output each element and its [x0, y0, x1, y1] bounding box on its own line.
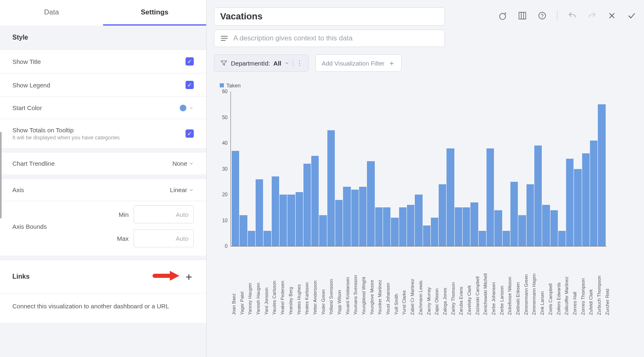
bar[interactable]: [415, 195, 422, 246]
y-tick: 30: [222, 166, 231, 172]
x-tick: Zoels Campbell: [548, 249, 556, 315]
bar[interactable]: [582, 153, 590, 246]
x-tick: Zollers Edwards: [556, 249, 564, 315]
title-input[interactable]: Vacations: [214, 7, 445, 26]
x-tick: Zink Larsen: [540, 249, 548, 315]
main-panel: Vacations A description gives context to…: [207, 0, 644, 357]
bar[interactable]: [534, 146, 542, 246]
bar[interactable]: [479, 231, 486, 247]
bar[interactable]: [550, 210, 558, 247]
y-tick: 0: [225, 243, 231, 249]
bar[interactable]: [439, 184, 446, 246]
start-color-picker[interactable]: [180, 105, 194, 111]
x-tick: Younglove Moore: [369, 249, 377, 315]
axis-dropdown[interactable]: Linear: [170, 186, 194, 193]
max-input[interactable]: [134, 229, 194, 247]
x-tick: Zajac Olsson: [434, 249, 442, 315]
close-icon[interactable]: [607, 11, 617, 21]
bar[interactable]: [558, 231, 566, 247]
bar[interactable]: [351, 190, 359, 247]
bar[interactable]: [263, 231, 271, 247]
undo-icon[interactable]: [567, 11, 577, 21]
tab-settings[interactable]: Settings: [103, 0, 206, 26]
description-input[interactable]: A description gives context to this data: [214, 30, 445, 47]
bar[interactable]: [431, 218, 438, 246]
bar[interactable]: [248, 231, 255, 247]
bar[interactable]: [590, 141, 597, 246]
bar[interactable]: [287, 195, 295, 246]
x-tick: Youmans Svensson: [353, 249, 361, 315]
bar[interactable]: [463, 207, 470, 246]
x-tick: Zurbuch Thompson: [597, 249, 604, 315]
bar[interactable]: [303, 164, 311, 246]
axis-label: Axis: [12, 186, 24, 193]
scrollbar[interactable]: [0, 132, 2, 218]
filter-department[interactable]: DepartmentId: All ⋮: [214, 54, 309, 72]
x-tick: Yeates Karlsson: [304, 249, 312, 315]
filter-value: All: [273, 60, 281, 67]
trendline-value: None: [172, 160, 187, 167]
confirm-icon[interactable]: [627, 11, 637, 21]
x-tick: Yager Patel: [240, 249, 247, 315]
chevron-down-icon: [189, 188, 194, 193]
x-tick: Zollicoffer Martinez: [564, 249, 572, 315]
bar[interactable]: [574, 169, 581, 247]
show-legend-checkbox[interactable]: ✓: [186, 81, 194, 89]
grid-icon[interactable]: [517, 11, 527, 21]
bar[interactable]: [335, 200, 343, 247]
bar[interactable]: [272, 176, 279, 246]
svg-point-0: [500, 14, 506, 20]
bar[interactable]: [367, 161, 374, 246]
add-link-button[interactable]: ＋: [184, 270, 194, 283]
bar[interactable]: [487, 148, 494, 247]
bar[interactable]: [343, 187, 350, 246]
filter-options-icon[interactable]: ⋮: [293, 59, 303, 67]
bar[interactable]: [423, 225, 430, 246]
bar[interactable]: [598, 104, 605, 246]
bar[interactable]: [542, 205, 550, 246]
totals-checkbox[interactable]: ✓: [186, 129, 194, 138]
y-tick: 50: [222, 115, 231, 120]
bar[interactable]: [503, 231, 510, 247]
bar[interactable]: [447, 148, 454, 247]
bar[interactable]: [359, 187, 367, 246]
add-filter-button[interactable]: Add Visualization Filter ＋: [315, 54, 401, 72]
tab-data[interactable]: Data: [0, 0, 103, 26]
show-title-checkbox[interactable]: ✓: [186, 57, 194, 66]
bar[interactable]: [256, 179, 263, 247]
y-tick: 10: [222, 218, 231, 223]
x-tick: Zdziarski Campbell: [475, 249, 483, 315]
bar[interactable]: [399, 207, 407, 246]
svg-text:?: ?: [541, 13, 544, 19]
sort-icon[interactable]: [498, 11, 508, 21]
bar[interactable]: [518, 215, 526, 246]
bar[interactable]: [383, 207, 390, 246]
bar[interactable]: [407, 205, 414, 246]
bar[interactable]: [232, 151, 239, 246]
help-icon[interactable]: ?: [537, 11, 547, 21]
bar[interactable]: [280, 195, 287, 246]
trendline-label: Chart Trendline: [12, 160, 55, 167]
min-input[interactable]: [134, 205, 194, 223]
bar[interactable]: [375, 207, 383, 246]
bar[interactable]: [494, 210, 502, 247]
y-tick: 40: [222, 140, 231, 146]
bar[interactable]: [319, 215, 327, 246]
chart-legend: Taken: [220, 82, 241, 89]
bar[interactable]: [455, 207, 462, 246]
bar[interactable]: [526, 184, 534, 246]
redo-icon[interactable]: [587, 11, 597, 21]
bar[interactable]: [240, 215, 247, 246]
x-tick: Joan Baez: [231, 249, 239, 315]
x-tick: Zaruba Evans: [458, 249, 466, 315]
bar[interactable]: [470, 202, 478, 246]
bar[interactable]: [510, 182, 518, 246]
bar[interactable]: [566, 159, 573, 247]
bar[interactable]: [391, 218, 398, 246]
x-tick: Zurcher Reid: [605, 249, 613, 315]
bar[interactable]: [327, 130, 335, 246]
bar[interactable]: [296, 192, 303, 246]
x-tick: Yeakel Pedersen: [280, 249, 288, 315]
trendline-dropdown[interactable]: None: [172, 160, 194, 167]
bar[interactable]: [311, 156, 319, 246]
